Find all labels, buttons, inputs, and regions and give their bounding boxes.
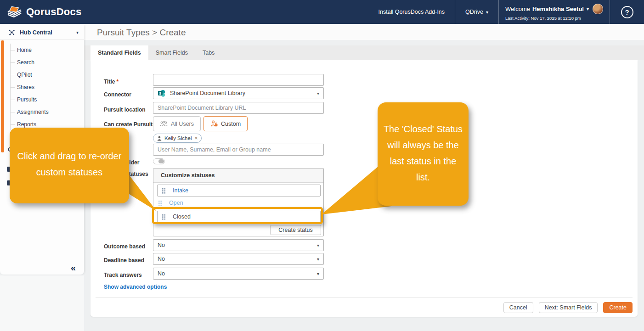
create-pursuit-type-form: Title* Connector S SharePoint Document L… <box>90 60 638 317</box>
status-row-intake[interactable]: Intake <box>157 185 321 196</box>
track-answers-select[interactable]: No ▾ <box>153 268 324 280</box>
qdrive-menu[interactable]: QDrive ▾ <box>455 0 498 24</box>
pursuit-location-input[interactable] <box>153 102 324 114</box>
chevron-down-icon: ▾ <box>76 30 79 35</box>
all-users-icon <box>160 121 168 127</box>
sidebar-item-qpilot[interactable]: QPilot <box>11 68 84 81</box>
show-advanced-options-link[interactable]: Show advanced options <box>104 284 167 290</box>
last-activity: Last Activity: Nov 17, 2025 at 12:10 pm <box>505 16 603 21</box>
sidebar-lower-panel <box>0 275 84 331</box>
user-chip-name: Kelly Sichel <box>164 135 192 141</box>
chevron-down-icon: ▾ <box>587 6 589 11</box>
status-name: Intake <box>173 187 188 194</box>
avatar <box>593 4 603 14</box>
all-users-label: All Users <box>171 121 194 127</box>
status-row-closed[interactable]: Closed <box>157 211 321 223</box>
chevron-down-icon: ▾ <box>317 243 319 248</box>
can-create-pursuits-label: Can create Pursuits* <box>104 121 159 128</box>
shared-folder-toggle[interactable] <box>153 158 165 164</box>
chevron-down-icon: ▾ <box>317 91 319 96</box>
create-button[interactable]: Create <box>603 302 633 313</box>
help-icon[interactable]: ? <box>621 6 633 18</box>
status-row-open[interactable]: Open <box>154 197 187 209</box>
brand-logo: QorusDocs <box>0 6 81 19</box>
breadcrumb-bar: Pursuit Types > Create <box>84 25 644 40</box>
custom-label: Custom <box>221 121 241 127</box>
chevron-down-icon: ▾ <box>486 10 488 15</box>
drag-handle-icon[interactable] <box>162 188 166 194</box>
connector-label: Connector <box>104 91 131 98</box>
deadline-based-value: No <box>158 256 165 262</box>
sidebar-item-search[interactable]: Search <box>11 56 84 68</box>
title-label: Title* <box>104 79 119 85</box>
outcome-based-label: Outcome based <box>104 243 145 250</box>
breadcrumb: Pursuit Types > Create <box>97 28 186 38</box>
user-menu[interactable]: Welcome Hemshikha Seetul ▾ Last Activity… <box>499 0 610 24</box>
title-input[interactable] <box>153 74 324 86</box>
status-name: Open <box>169 200 183 206</box>
sidebar-icon-fragment <box>7 180 11 185</box>
tab-tabs[interactable]: Tabs <box>195 45 222 60</box>
hub-icon <box>8 29 15 36</box>
connector-value: SharePoint Document Library <box>170 90 245 96</box>
qorusdocs-logo-icon <box>6 6 23 19</box>
install-addins-link[interactable]: Install QorusDocs Add-Ins <box>368 0 455 24</box>
sidebar-hidden-item-fragment: C <box>8 146 12 153</box>
cancel-button[interactable]: Cancel <box>503 302 533 313</box>
sidebar-item-shares[interactable]: Shares <box>11 81 84 93</box>
brand-name: QorusDocs <box>26 6 81 18</box>
track-answers-label: Track answers <box>104 272 142 278</box>
customize-statuses-box: Customize statuses Intake Open Closed Cr… <box>153 168 324 236</box>
chevron-down-icon: ▾ <box>317 257 319 262</box>
next-smart-fields-button[interactable]: Next: Smart Fields <box>539 302 598 313</box>
track-answers-value: No <box>158 270 165 277</box>
chip-remove-icon[interactable]: × <box>194 135 198 141</box>
toggle-knob <box>158 159 164 163</box>
sidebar-item-reports[interactable]: Reports <box>11 118 84 130</box>
outcome-based-select[interactable]: No ▾ <box>153 239 324 251</box>
user-chip: Kelly Sichel × <box>153 134 202 143</box>
qorusdocs-app: QorusDocs Install QorusDocs Add-Ins QDri… <box>0 0 644 331</box>
sidebar-item-assignments[interactable]: Assignments <box>11 106 84 118</box>
all-users-button[interactable]: All Users <box>153 116 201 131</box>
shared-folder-label: Shared folder <box>104 159 139 166</box>
outcome-based-value: No <box>158 242 165 248</box>
sidebar-accent-bar <box>1 40 4 152</box>
connector-select[interactable]: S SharePoint Document Library ▾ <box>153 87 324 99</box>
sidebar-nav: Home Search QPilot Shares Pursuits Assig… <box>10 44 84 130</box>
required-mark: * <box>116 79 119 85</box>
sidebar-item-home[interactable]: Home <box>11 44 84 56</box>
sidebar-icon-fragment <box>7 167 11 172</box>
hub-central-label: Hub Central <box>20 29 52 36</box>
hub-central-selector[interactable]: Hub Central ▾ <box>0 25 84 40</box>
welcome-label: Welcome <box>505 6 530 12</box>
deadline-based-select[interactable]: No ▾ <box>153 253 324 265</box>
custom-lock-user-icon <box>210 120 218 127</box>
user-name: Hemshikha Seetul <box>532 6 584 12</box>
user-search-input[interactable] <box>153 144 324 156</box>
drag-handle-icon[interactable] <box>162 214 166 220</box>
custom-statuses-label: Custom statuses <box>104 171 148 177</box>
person-icon <box>157 136 162 141</box>
sidebar-item-pursuits[interactable]: Pursuits <box>11 93 84 106</box>
drag-handle-icon[interactable] <box>158 200 162 206</box>
tab-smart-fields[interactable]: Smart Fields <box>148 45 195 60</box>
tab-strip: Standard Fields Smart Fields Tabs <box>84 45 644 60</box>
sidebar-collapse-button[interactable]: « <box>71 263 76 272</box>
sharepoint-icon: S <box>158 89 166 97</box>
svg-text:S: S <box>159 91 161 95</box>
create-status-button[interactable]: Create status <box>270 225 321 235</box>
pursuit-location-label: Pursuit location <box>104 107 146 113</box>
chevron-down-icon: ▾ <box>317 271 319 276</box>
custom-button[interactable]: Custom <box>203 116 248 131</box>
top-navbar: QorusDocs Install QorusDocs Add-Ins QDri… <box>0 0 644 25</box>
sidebar: Hub Central ▾ Home Search QPilot Shares … <box>0 25 84 275</box>
footer-divider <box>96 297 633 297</box>
customize-statuses-title: Customize statuses <box>153 168 323 183</box>
tab-standard-fields[interactable]: Standard Fields <box>90 45 148 60</box>
status-name: Closed <box>173 213 191 220</box>
deadline-based-label: Deadline based <box>104 257 144 264</box>
